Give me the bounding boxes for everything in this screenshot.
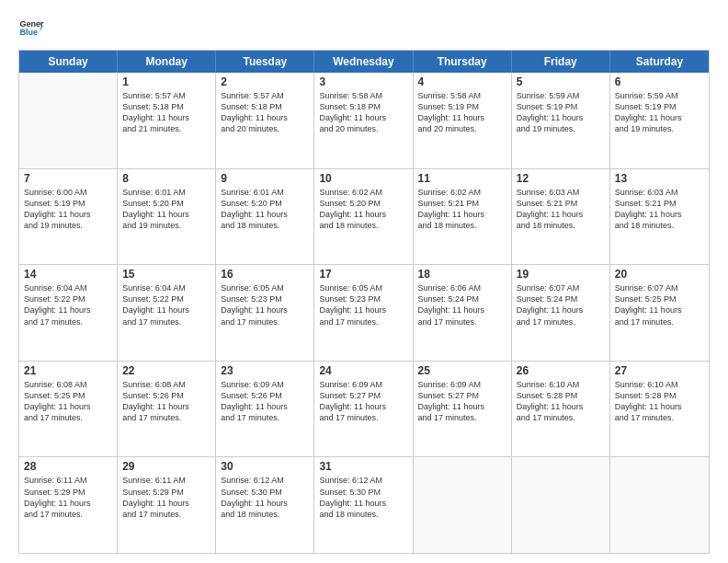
cell-info: Sunrise: 6:09 AM Sunset: 5:26 PM Dayligh… (221, 379, 309, 424)
day-number: 31 (319, 460, 407, 473)
day-number: 12 (517, 172, 605, 185)
calendar-cell: 1Sunrise: 5:57 AM Sunset: 5:18 PM Daylig… (118, 73, 216, 168)
day-number: 1 (122, 75, 210, 88)
calendar-week-3: 14Sunrise: 6:04 AM Sunset: 5:22 PM Dayli… (19, 265, 709, 362)
cell-info: Sunrise: 6:12 AM Sunset: 5:30 PM Dayligh… (319, 475, 407, 520)
cell-info: Sunrise: 5:57 AM Sunset: 5:18 PM Dayligh… (221, 90, 309, 135)
calendar-cell: 31Sunrise: 6:12 AM Sunset: 5:30 PM Dayli… (314, 457, 413, 553)
calendar-body: 1Sunrise: 5:57 AM Sunset: 5:18 PM Daylig… (19, 73, 709, 553)
calendar-cell: 11Sunrise: 6:02 AM Sunset: 5:21 PM Dayli… (414, 169, 512, 265)
cell-info: Sunrise: 6:10 AM Sunset: 5:28 PM Dayligh… (615, 379, 704, 424)
cell-info: Sunrise: 6:00 AM Sunset: 5:19 PM Dayligh… (24, 187, 112, 232)
day-number: 25 (418, 364, 506, 377)
calendar-cell: 30Sunrise: 6:12 AM Sunset: 5:30 PM Dayli… (216, 457, 314, 553)
header: General Blue (18, 15, 710, 40)
cell-info: Sunrise: 6:11 AM Sunset: 5:29 PM Dayligh… (122, 475, 210, 520)
calendar-cell: 2Sunrise: 5:57 AM Sunset: 5:18 PM Daylig… (216, 73, 314, 168)
day-number: 24 (319, 364, 407, 377)
day-number: 28 (24, 460, 112, 473)
day-number: 17 (319, 268, 407, 281)
cell-info: Sunrise: 6:09 AM Sunset: 5:27 PM Dayligh… (418, 379, 506, 424)
logo-icon: General Blue (18, 15, 44, 40)
cell-info: Sunrise: 5:58 AM Sunset: 5:18 PM Dayligh… (319, 90, 407, 135)
calendar-cell: 8Sunrise: 6:01 AM Sunset: 5:20 PM Daylig… (118, 169, 216, 265)
calendar-cell: 16Sunrise: 6:05 AM Sunset: 5:23 PM Dayli… (216, 265, 314, 361)
cell-info: Sunrise: 6:02 AM Sunset: 5:20 PM Dayligh… (319, 187, 407, 232)
calendar-cell: 9Sunrise: 6:01 AM Sunset: 5:20 PM Daylig… (216, 169, 314, 265)
cell-info: Sunrise: 6:07 AM Sunset: 5:25 PM Dayligh… (615, 282, 704, 327)
cell-info: Sunrise: 6:05 AM Sunset: 5:23 PM Dayligh… (221, 282, 309, 327)
day-number: 22 (122, 364, 210, 377)
day-number: 2 (221, 75, 309, 88)
cell-info: Sunrise: 5:59 AM Sunset: 5:19 PM Dayligh… (517, 90, 605, 135)
calendar-header: SundayMondayTuesdayWednesdayThursdayFrid… (19, 51, 709, 73)
day-number: 21 (24, 364, 112, 377)
calendar-week-5: 28Sunrise: 6:11 AM Sunset: 5:29 PM Dayli… (19, 457, 709, 553)
cell-info: Sunrise: 6:12 AM Sunset: 5:30 PM Dayligh… (221, 475, 309, 520)
calendar-cell: 18Sunrise: 6:06 AM Sunset: 5:24 PM Dayli… (414, 265, 512, 361)
calendar-cell: 19Sunrise: 6:07 AM Sunset: 5:24 PM Dayli… (512, 265, 610, 361)
cell-info: Sunrise: 6:03 AM Sunset: 5:21 PM Dayligh… (517, 187, 605, 232)
cell-info: Sunrise: 5:57 AM Sunset: 5:18 PM Dayligh… (122, 90, 210, 135)
calendar-cell: 17Sunrise: 6:05 AM Sunset: 5:23 PM Dayli… (314, 265, 413, 361)
cell-info: Sunrise: 5:58 AM Sunset: 5:19 PM Dayligh… (418, 90, 506, 135)
cell-info: Sunrise: 6:04 AM Sunset: 5:22 PM Dayligh… (24, 282, 112, 327)
day-number: 11 (418, 172, 506, 185)
calendar-cell: 24Sunrise: 6:09 AM Sunset: 5:27 PM Dayli… (314, 362, 413, 457)
header-day-monday: Monday (118, 51, 216, 73)
logo: General Blue (18, 15, 44, 40)
day-number: 18 (418, 268, 506, 281)
day-number: 3 (319, 75, 407, 88)
calendar-cell: 10Sunrise: 6:02 AM Sunset: 5:20 PM Dayli… (314, 169, 413, 265)
header-day-sunday: Sunday (19, 51, 118, 73)
day-number: 29 (122, 460, 210, 473)
day-number: 19 (517, 268, 605, 281)
cell-info: Sunrise: 6:03 AM Sunset: 5:21 PM Dayligh… (615, 187, 704, 232)
cell-info: Sunrise: 6:08 AM Sunset: 5:25 PM Dayligh… (24, 379, 112, 424)
day-number: 30 (221, 460, 309, 473)
day-number: 13 (615, 172, 704, 185)
day-number: 9 (221, 172, 309, 185)
calendar-cell (414, 457, 512, 553)
day-number: 15 (122, 268, 210, 281)
calendar-cell: 4Sunrise: 5:58 AM Sunset: 5:19 PM Daylig… (414, 73, 512, 168)
calendar-cell: 13Sunrise: 6:03 AM Sunset: 5:21 PM Dayli… (610, 169, 709, 265)
calendar-cell: 12Sunrise: 6:03 AM Sunset: 5:21 PM Dayli… (512, 169, 610, 265)
day-number: 20 (615, 268, 704, 281)
cell-info: Sunrise: 6:08 AM Sunset: 5:26 PM Dayligh… (122, 379, 210, 424)
header-day-wednesday: Wednesday (314, 51, 413, 73)
header-day-saturday: Saturday (610, 51, 709, 73)
header-day-tuesday: Tuesday (216, 51, 314, 73)
calendar-cell: 22Sunrise: 6:08 AM Sunset: 5:26 PM Dayli… (118, 362, 216, 457)
calendar-cell: 25Sunrise: 6:09 AM Sunset: 5:27 PM Dayli… (414, 362, 512, 457)
day-number: 10 (319, 172, 407, 185)
calendar-cell: 15Sunrise: 6:04 AM Sunset: 5:22 PM Dayli… (118, 265, 216, 361)
cell-info: Sunrise: 6:01 AM Sunset: 5:20 PM Dayligh… (122, 187, 210, 232)
calendar-cell: 26Sunrise: 6:10 AM Sunset: 5:28 PM Dayli… (512, 362, 610, 457)
cell-info: Sunrise: 6:04 AM Sunset: 5:22 PM Dayligh… (122, 282, 210, 327)
calendar-cell: 21Sunrise: 6:08 AM Sunset: 5:25 PM Dayli… (19, 362, 118, 457)
day-number: 6 (615, 75, 704, 88)
calendar-cell (512, 457, 610, 553)
calendar-cell: 23Sunrise: 6:09 AM Sunset: 5:26 PM Dayli… (216, 362, 314, 457)
cell-info: Sunrise: 6:10 AM Sunset: 5:28 PM Dayligh… (517, 379, 605, 424)
calendar-cell: 3Sunrise: 5:58 AM Sunset: 5:18 PM Daylig… (314, 73, 413, 168)
calendar-week-2: 7Sunrise: 6:00 AM Sunset: 5:19 PM Daylig… (19, 169, 709, 266)
calendar-cell: 14Sunrise: 6:04 AM Sunset: 5:22 PM Dayli… (19, 265, 118, 361)
calendar-cell: 20Sunrise: 6:07 AM Sunset: 5:25 PM Dayli… (610, 265, 709, 361)
cell-info: Sunrise: 6:01 AM Sunset: 5:20 PM Dayligh… (221, 187, 309, 232)
day-number: 8 (122, 172, 210, 185)
day-number: 26 (517, 364, 605, 377)
cell-info: Sunrise: 6:06 AM Sunset: 5:24 PM Dayligh… (418, 282, 506, 327)
calendar-cell: 27Sunrise: 6:10 AM Sunset: 5:28 PM Dayli… (610, 362, 709, 457)
day-number: 27 (615, 364, 704, 377)
svg-text:Blue: Blue (19, 28, 38, 37)
calendar: SundayMondayTuesdayWednesdayThursdayFrid… (18, 50, 710, 554)
calendar-cell (19, 73, 118, 168)
cell-info: Sunrise: 6:05 AM Sunset: 5:23 PM Dayligh… (319, 282, 407, 327)
calendar-week-4: 21Sunrise: 6:08 AM Sunset: 5:25 PM Dayli… (19, 362, 709, 458)
cell-info: Sunrise: 6:09 AM Sunset: 5:27 PM Dayligh… (319, 379, 407, 424)
day-number: 16 (221, 268, 309, 281)
day-number: 5 (517, 75, 605, 88)
day-number: 4 (418, 75, 506, 88)
